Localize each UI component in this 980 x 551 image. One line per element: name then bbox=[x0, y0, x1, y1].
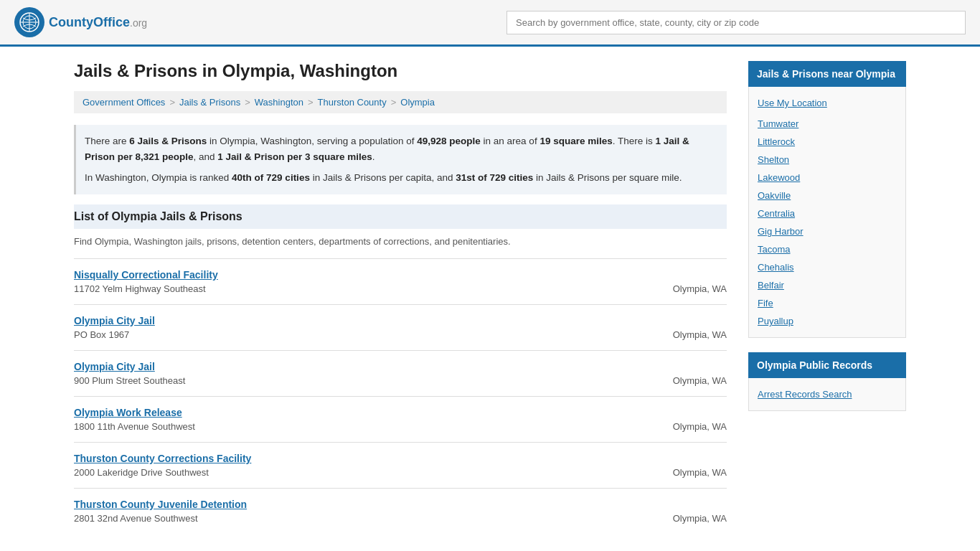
breadcrumb-thurston-county[interactable]: Thurston County bbox=[318, 97, 387, 108]
nearby-city-link[interactable]: Littlerock bbox=[758, 133, 897, 151]
list-heading: List of Olympia Jails & Prisons bbox=[74, 204, 727, 229]
breadcrumb-sep-3: > bbox=[308, 97, 314, 108]
sidebar: Jails & Prisons near Olympia Use My Loca… bbox=[748, 61, 906, 534]
summary-count: 6 Jails & Prisons bbox=[129, 136, 207, 146]
facility-address: 11702 Yelm Highway Southeast bbox=[74, 283, 670, 294]
search-input[interactable] bbox=[507, 11, 966, 34]
breadcrumb-olympia[interactable]: Olympia bbox=[400, 97, 435, 108]
facility-city: Olympia, WA bbox=[673, 467, 727, 478]
facility-city: Olympia, WA bbox=[673, 421, 727, 432]
facility-name[interactable]: Olympia City Jail bbox=[74, 315, 670, 326]
facility-item: Nisqually Correctional Facility 11702 Ye… bbox=[74, 258, 727, 304]
public-records-content: Arrest Records Search bbox=[748, 378, 906, 411]
nearby-city-link[interactable]: Gig Harbor bbox=[758, 222, 897, 240]
facility-address: PO Box 1967 bbox=[74, 329, 670, 340]
summary-rank-capita: 40th of 729 cities bbox=[232, 172, 310, 183]
facility-address: 1800 11th Avenue Southwest bbox=[74, 421, 670, 432]
list-description: Find Olympia, Washington jails, prisons,… bbox=[74, 236, 727, 247]
content-area: Jails & Prisons in Olympia, Washington G… bbox=[74, 61, 727, 534]
breadcrumb-sep-4: > bbox=[391, 97, 397, 108]
public-records-link[interactable]: Arrest Records Search bbox=[758, 385, 897, 403]
facility-name[interactable]: Thurston County Juvenile Detention bbox=[74, 499, 670, 510]
nearby-title: Jails & Prisons near Olympia bbox=[748, 61, 906, 87]
nearby-cities-list: TumwaterLittlerockSheltonLakewoodOakvill… bbox=[758, 115, 897, 330]
nearby-city-link[interactable]: Puyallup bbox=[758, 312, 897, 330]
facility-info: Nisqually Correctional Facility 11702 Ye… bbox=[74, 269, 670, 294]
page-title: Jails & Prisons in Olympia, Washington bbox=[74, 61, 727, 81]
facility-address: 900 Plum Street Southeast bbox=[74, 375, 670, 386]
main-wrapper: Jails & Prisons in Olympia, Washington G… bbox=[60, 47, 920, 548]
logo-text: CountyOffice.org bbox=[49, 15, 147, 30]
breadcrumb-washington[interactable]: Washington bbox=[255, 97, 303, 108]
site-header: CountyOffice.org bbox=[0, 0, 980, 47]
summary-text: There are 6 Jails & Prisons in Olympia, … bbox=[74, 125, 727, 194]
facility-name[interactable]: Olympia City Jail bbox=[74, 361, 670, 372]
breadcrumb-sep-1: > bbox=[169, 97, 175, 108]
facility-item: Olympia City Jail 900 Plum Street Southe… bbox=[74, 350, 727, 396]
breadcrumb-sep-2: > bbox=[245, 97, 250, 108]
summary-population: 49,928 people bbox=[417, 136, 481, 146]
search-bar[interactable] bbox=[507, 11, 966, 34]
breadcrumb-jails-prisons[interactable]: Jails & Prisons bbox=[179, 97, 240, 108]
facility-city: Olympia, WA bbox=[673, 513, 727, 524]
public-records-box: Olympia Public Records Arrest Records Se… bbox=[748, 352, 906, 411]
facility-address: 2000 Lakeridge Drive Southwest bbox=[74, 467, 670, 478]
facility-city: Olympia, WA bbox=[673, 329, 727, 340]
public-records-links: Arrest Records Search bbox=[758, 385, 897, 403]
facility-name[interactable]: Olympia Work Release bbox=[74, 407, 670, 418]
nearby-city-link[interactable]: Oakville bbox=[758, 187, 897, 204]
nearby-city-link[interactable]: Centralia bbox=[758, 204, 897, 222]
nearby-city-link[interactable]: Tacoma bbox=[758, 240, 897, 258]
summary-area: 19 square miles bbox=[540, 136, 612, 146]
breadcrumb-government-offices[interactable]: Government Offices bbox=[83, 97, 165, 108]
summary-rank-sqmile: 31st of 729 cities bbox=[456, 172, 533, 183]
facility-item: Thurston County Juvenile Detention 2801 … bbox=[74, 488, 727, 534]
breadcrumb: Government Offices > Jails & Prisons > W… bbox=[74, 91, 727, 113]
facility-item: Olympia Work Release 1800 11th Avenue So… bbox=[74, 396, 727, 442]
logo[interactable]: CountyOffice.org bbox=[14, 7, 147, 37]
facility-name[interactable]: Nisqually Correctional Facility bbox=[74, 269, 670, 281]
facility-info: Olympia Work Release 1800 11th Avenue So… bbox=[74, 407, 670, 432]
facility-info: Thurston County Juvenile Detention 2801 … bbox=[74, 499, 670, 524]
facility-address: 2801 32nd Avenue Southwest bbox=[74, 513, 670, 524]
facility-name[interactable]: Thurston County Corrections Facility bbox=[74, 453, 670, 464]
nearby-city-link[interactable]: Tumwater bbox=[758, 115, 897, 133]
facility-item: Thurston County Corrections Facility 200… bbox=[74, 442, 727, 488]
facility-list: Nisqually Correctional Facility 11702 Ye… bbox=[74, 258, 727, 534]
summary-per-sqmile: 1 Jail & Prison per 3 square miles bbox=[217, 151, 372, 162]
facility-city: Olympia, WA bbox=[673, 375, 727, 386]
facility-info: Olympia City Jail PO Box 1967 bbox=[74, 315, 670, 340]
facility-city: Olympia, WA bbox=[673, 283, 727, 294]
facility-info: Olympia City Jail 900 Plum Street Southe… bbox=[74, 361, 670, 386]
facility-info: Thurston County Corrections Facility 200… bbox=[74, 453, 670, 478]
nearby-city-link[interactable]: Belfair bbox=[758, 276, 897, 294]
facility-item: Olympia City Jail PO Box 1967 Olympia, W… bbox=[74, 304, 727, 350]
nearby-city-link[interactable]: Shelton bbox=[758, 151, 897, 169]
nearby-city-link[interactable]: Lakewood bbox=[758, 169, 897, 187]
nearby-content: Use My Location TumwaterLittlerockShelto… bbox=[748, 87, 906, 338]
nearby-box: Jails & Prisons near Olympia Use My Loca… bbox=[748, 61, 906, 338]
use-my-location[interactable]: Use My Location bbox=[758, 94, 897, 112]
nearby-city-link[interactable]: Fife bbox=[758, 294, 897, 312]
public-records-title: Olympia Public Records bbox=[748, 352, 906, 378]
logo-icon bbox=[14, 7, 44, 37]
nearby-city-link[interactable]: Chehalis bbox=[758, 258, 897, 276]
